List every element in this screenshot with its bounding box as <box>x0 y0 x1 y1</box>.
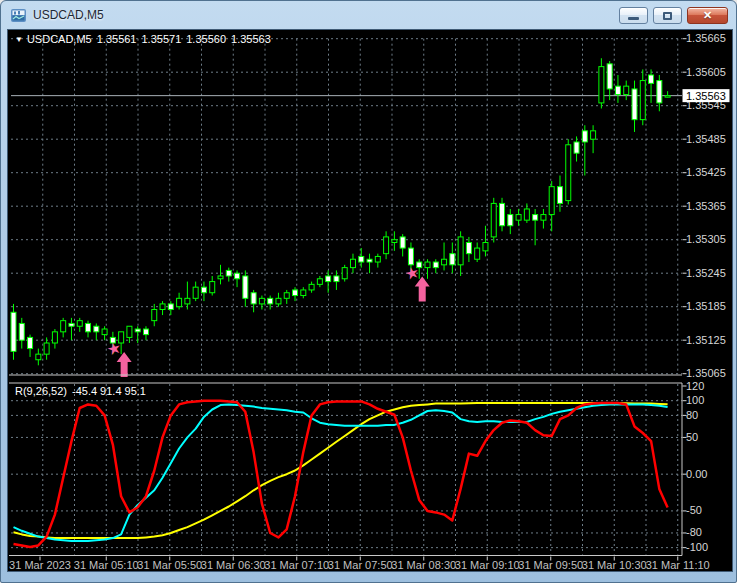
candle-bear <box>450 254 455 265</box>
candle-bull <box>61 321 66 332</box>
price-axis-label: 1.35065 <box>686 367 726 379</box>
candle-bull <box>276 298 281 304</box>
candle-bull <box>375 256 380 262</box>
candle-bear <box>86 323 91 331</box>
candle-bull <box>665 96 670 98</box>
price-axis-label: 1.35185 <box>686 300 726 312</box>
time-axis-label[interactable]: 31 Mar 09:10 <box>455 559 520 571</box>
candle-bear <box>226 270 231 276</box>
indicator-axis-label: 0.00 <box>686 468 707 480</box>
candle-bull <box>591 131 596 139</box>
candle-bear <box>19 323 24 340</box>
candle-bear <box>500 203 505 225</box>
candle-bull <box>524 209 529 220</box>
candle-bear <box>359 256 364 262</box>
candle-bear <box>135 329 140 332</box>
candle-bear <box>649 75 654 83</box>
candle-bear <box>632 89 637 120</box>
indicator-axis-label: 80 <box>686 409 698 421</box>
price-axis-label: 1.35485 <box>686 133 726 145</box>
candle-bull <box>384 237 389 254</box>
candle-bull <box>640 81 645 120</box>
candle-bear <box>367 259 372 262</box>
indicator-axis-label: 100 <box>686 394 704 406</box>
candle-bull <box>516 215 521 221</box>
candle-bull <box>160 304 165 310</box>
title-bar[interactable]: USDCAD,M5 ✕ <box>1 1 736 29</box>
candle-bull <box>36 354 41 360</box>
price-axis-label: 1.35305 <box>686 233 726 245</box>
minimize-icon <box>628 17 639 20</box>
candle-bear <box>11 312 16 351</box>
time-axis-label[interactable]: 31 Mar 06:30 <box>201 559 266 571</box>
candle-bear <box>334 276 339 282</box>
candle-bull <box>342 268 347 279</box>
time-axis-label[interactable]: 31 Mar 11:10 <box>646 559 710 571</box>
candle-bear <box>168 304 173 310</box>
candle-bear <box>251 293 256 304</box>
candle-bull <box>549 187 554 215</box>
indicator-axis-label: 120 <box>686 380 704 392</box>
candle-bull <box>599 67 604 103</box>
time-axis-label[interactable]: 31 Mar 08:30 <box>391 559 456 571</box>
time-axis-label[interactable]: 31 Mar 2023 <box>9 559 71 571</box>
candle-bear <box>143 329 148 335</box>
price-axis-label: 1.35365 <box>686 200 726 212</box>
candle-bull <box>218 276 223 279</box>
window-controls: ✕ <box>619 7 728 24</box>
candle-bull <box>77 321 82 327</box>
current-price-label: 1.35563 <box>686 90 726 102</box>
candle-bear <box>557 187 562 204</box>
candle-bear <box>94 326 99 332</box>
candle-bull <box>127 326 132 337</box>
candle-bear <box>582 131 587 142</box>
time-axis-label[interactable]: 31 Mar 05:50 <box>137 559 202 571</box>
indicator-axis-label: -80 <box>686 526 702 538</box>
candle-bear <box>235 273 240 279</box>
minimize-button[interactable] <box>619 7 648 24</box>
candle-bull <box>566 145 571 201</box>
time-axis-label[interactable]: 31 Mar 07:10 <box>264 559 329 571</box>
price-axis-label: 1.35245 <box>686 267 726 279</box>
candle-bull <box>541 215 546 221</box>
candle-bull <box>259 298 264 304</box>
candle-bull <box>301 290 306 296</box>
candle-bull <box>458 237 463 265</box>
candle-bull <box>185 298 190 304</box>
candle-bull <box>392 240 397 243</box>
candle-bull <box>177 298 182 306</box>
candle-bull <box>442 259 447 265</box>
time-axis-label[interactable]: 31 Mar 07:50 <box>328 559 393 571</box>
candle-bear <box>69 323 74 326</box>
candle-bear <box>28 337 33 348</box>
maximize-button[interactable] <box>653 7 682 24</box>
chart-canvas[interactable]: ★★1.356651.356051.355451.354851.354251.3… <box>8 30 732 571</box>
time-axis-label[interactable]: 31 Mar 09:50 <box>518 559 583 571</box>
chart-window-icon <box>11 9 26 22</box>
price-axis-label: 1.35605 <box>686 66 726 78</box>
candle-bear <box>243 276 248 298</box>
time-axis-label[interactable]: 31 Mar 05:10 <box>74 559 139 571</box>
indicator-axis-label: 50 <box>686 431 698 443</box>
candle-bull <box>425 262 430 268</box>
candle-bull <box>52 332 57 343</box>
indicator-axis-label: -50 <box>686 504 702 516</box>
candle-bull <box>317 279 322 285</box>
close-button[interactable]: ✕ <box>687 7 728 24</box>
candle-bear <box>508 215 513 226</box>
candle-bull <box>152 309 157 320</box>
time-axis-label[interactable]: 31 Mar 10:30 <box>582 559 647 571</box>
candle-bear <box>657 81 662 103</box>
candle-bull <box>44 343 49 354</box>
maximize-icon <box>663 12 672 20</box>
candle-bull <box>475 248 480 259</box>
candle-bear <box>466 242 471 253</box>
window-title: USDCAD,M5 <box>33 8 104 22</box>
candle-bull <box>624 86 629 94</box>
candle-bull <box>483 242 488 250</box>
price-axis-label: 1.35425 <box>686 166 726 178</box>
candle-bear <box>268 298 273 304</box>
candle-bear <box>201 287 206 293</box>
mt4-chart-window: USDCAD,M5 ✕ ★★1.356651.356051.355451.354… <box>0 0 737 583</box>
indicator-line-cyan <box>14 404 668 541</box>
